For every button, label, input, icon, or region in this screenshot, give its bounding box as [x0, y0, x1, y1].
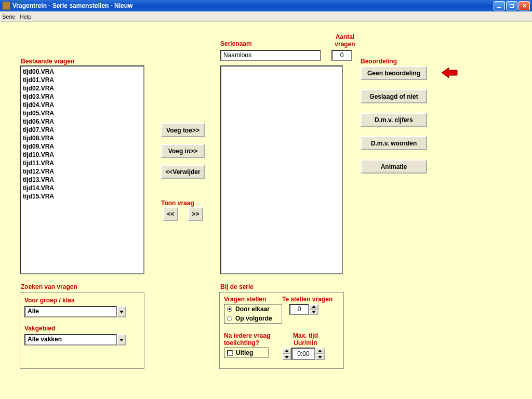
- spin-up-icon[interactable]: [282, 348, 291, 354]
- list-item[interactable]: tijd02.VRA: [23, 84, 141, 92]
- serienaam-input[interactable]: Naamloos: [220, 50, 321, 61]
- remove-button[interactable]: <<Verwijder: [161, 165, 205, 179]
- prev-question-button[interactable]: <<: [163, 207, 178, 221]
- groep-dropdown[interactable]: Alle: [24, 306, 126, 317]
- spin-down-icon[interactable]: [315, 354, 325, 360]
- checkbox-icon: [227, 350, 233, 356]
- app-icon: [2, 2, 10, 10]
- spin-up-icon[interactable]: [315, 348, 325, 354]
- show-question-label: Toon vraag: [161, 200, 194, 207]
- tijd-spin-hour[interactable]: [282, 348, 291, 360]
- te-stellen-spinner[interactable]: [309, 304, 318, 315]
- te-stellen-value[interactable]: 0: [289, 304, 309, 315]
- existing-questions-label: Bestaande vragen: [21, 58, 74, 65]
- radio-door-elkaar[interactable]: Door elkaar: [224, 304, 282, 314]
- list-item[interactable]: tijd04.VRA: [23, 101, 141, 109]
- existing-questions-list[interactable]: tijd00.VRAtijd01.VRAtijd02.VRAtijd03.VRA…: [20, 65, 144, 274]
- insert-button[interactable]: Voeg in>>: [161, 144, 205, 158]
- beoordeling-none-button[interactable]: Geen beoordeling: [361, 66, 427, 80]
- vak-selected: Alle vakken: [24, 334, 117, 345]
- groep-selected: Alle: [24, 306, 117, 317]
- radio-op-volgorde[interactable]: Op volgorde: [224, 314, 282, 323]
- add-button[interactable]: Voeg toe>>: [161, 123, 205, 137]
- radio-icon: [227, 307, 232, 312]
- beoordeling-words-button[interactable]: D.m.v. woorden: [361, 136, 427, 150]
- list-item[interactable]: tijd07.VRA: [23, 126, 141, 134]
- window-title: Vragentrein - Serie samenstellen - Nieuw: [12, 2, 132, 9]
- tijd-spin-min[interactable]: [315, 348, 325, 360]
- uitleg-label: Uitleg: [236, 349, 253, 356]
- beoordeling-anim-button[interactable]: Animatie: [361, 159, 427, 174]
- serienaam-label: Serienaam: [220, 40, 252, 47]
- vragen-stellen-label: Vragen stellen: [224, 296, 282, 303]
- te-stellen-label: Te stellen vragen: [282, 296, 339, 303]
- radio-door-label: Door elkaar: [235, 305, 270, 313]
- radio-op-label: Op volgorde: [235, 315, 272, 322]
- list-item[interactable]: tijd05.VRA: [23, 109, 141, 117]
- menu-help[interactable]: Help: [20, 14, 32, 20]
- close-button[interactable]: ✕: [518, 1, 530, 10]
- tijd-value[interactable]: 0:00: [291, 348, 315, 360]
- list-item[interactable]: tijd12.VRA: [23, 167, 141, 176]
- minimize-button[interactable]: [494, 1, 505, 10]
- max-tijd-label: Max. tijd Uur/min: [282, 332, 329, 347]
- menubar: Serie Help: [0, 11, 532, 22]
- na-iedere-label: Na iedere vraag toelichting?: [224, 332, 281, 347]
- maximize-button[interactable]: [506, 1, 517, 10]
- aantal-vragen-label: Aantal vragen: [329, 33, 361, 48]
- list-item[interactable]: tijd09.VRA: [23, 142, 141, 151]
- list-item[interactable]: tijd15.VRA: [23, 192, 141, 201]
- zoeken-label: Zoeken van vragen: [21, 283, 77, 290]
- red-arrow-icon: [442, 68, 458, 78]
- list-item[interactable]: tijd13.VRA: [23, 176, 141, 184]
- beoordeling-label: Beoordeling: [361, 58, 397, 65]
- bij-serie-label: Bij de serie: [220, 283, 254, 290]
- list-item[interactable]: tijd10.VRA: [23, 151, 141, 159]
- bij-serie-group: Vragen stellen Door elkaar Op volgorde T…: [219, 292, 344, 369]
- uitleg-checkbox-row[interactable]: Uitleg: [224, 348, 268, 357]
- window-titlebar: Vragentrein - Serie samenstellen - Nieuw…: [0, 0, 532, 11]
- beoordeling-grades-button[interactable]: D.m.v. cijfers: [361, 113, 427, 127]
- list-item[interactable]: tijd03.VRA: [23, 92, 141, 101]
- list-item[interactable]: tijd00.VRA: [23, 68, 141, 76]
- vak-dropdown-arrow[interactable]: [117, 334, 126, 345]
- vakgebied-label: Vakgebied: [24, 325, 140, 332]
- spin-up-icon[interactable]: [309, 304, 318, 310]
- zoeken-group: Voor groep / klas Alle Vakgebied Alle va…: [20, 292, 144, 369]
- list-item[interactable]: tijd08.VRA: [23, 134, 141, 142]
- serie-list[interactable]: [220, 65, 343, 274]
- groep-dropdown-arrow[interactable]: [117, 306, 126, 317]
- list-item[interactable]: tijd01.VRA: [23, 76, 141, 84]
- list-item[interactable]: tijd06.VRA: [23, 117, 141, 126]
- radio-icon: [227, 316, 232, 321]
- voor-groep-label: Voor groep / klas: [24, 297, 140, 304]
- svg-marker-0: [442, 68, 457, 78]
- vak-dropdown[interactable]: Alle vakken: [24, 334, 126, 345]
- aantal-vragen-value: 0: [331, 50, 352, 61]
- next-question-button[interactable]: >>: [188, 207, 203, 221]
- spin-down-icon[interactable]: [309, 310, 318, 315]
- menu-serie[interactable]: Serie: [2, 14, 16, 20]
- chevron-down-icon: [119, 339, 124, 341]
- spin-down-icon[interactable]: [282, 354, 291, 360]
- list-item[interactable]: tijd14.VRA: [23, 184, 141, 192]
- list-item[interactable]: tijd11.VRA: [23, 159, 141, 167]
- chevron-down-icon: [119, 311, 124, 313]
- beoordeling-pass-button[interactable]: Geslaagd of niet: [361, 89, 427, 103]
